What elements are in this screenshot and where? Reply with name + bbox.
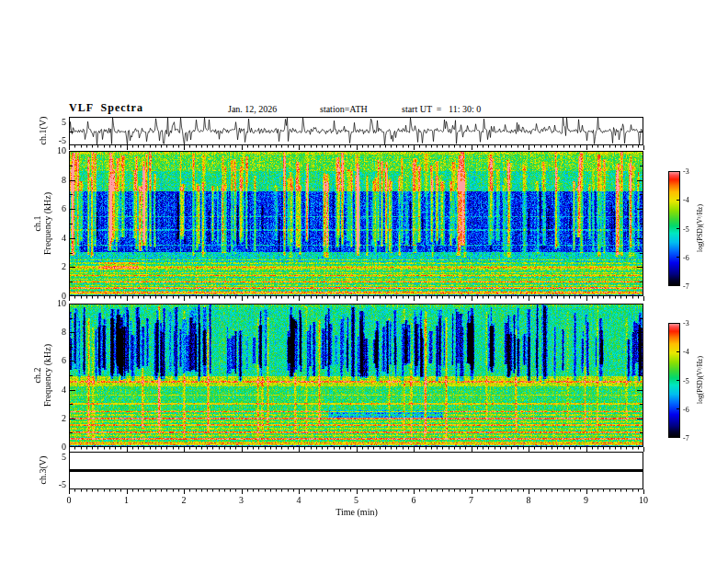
colorbar-tick-label: -6: [683, 253, 689, 263]
ch2-axis-label-line1: ch.2: [32, 344, 42, 407]
colorbar-tick-label: -3: [683, 318, 689, 328]
header-date: Jan. 12, 2026: [228, 104, 277, 114]
x-tick-label: 4: [290, 495, 308, 505]
frequency-tick-label: 2: [46, 413, 66, 423]
colorbar-ch2: [668, 323, 680, 438]
frequency-tick-label: 0: [46, 291, 66, 301]
voltage-tick-label: 5: [46, 117, 66, 127]
frequency-tick-label: 8: [46, 327, 66, 337]
frequency-tick-label: 2: [46, 261, 66, 271]
x-tick-label: 6: [404, 495, 423, 505]
x-tick-label: 0: [60, 495, 78, 505]
colorbar-tick-label: -7: [683, 282, 689, 292]
x-tick-label: 2: [175, 495, 193, 505]
x-axis-title: Time (min): [314, 507, 399, 517]
x-tick-label: 7: [462, 495, 481, 505]
header-station: station=ATH: [320, 104, 368, 114]
x-tick-label: 5: [347, 495, 366, 505]
voltage-tick-label: 5: [46, 452, 66, 462]
x-tick-label: 10: [634, 495, 653, 505]
ch3-voltage-axis-label: ch.3(V): [38, 456, 48, 485]
colorbar1-psd-label: log(PSD)(V²/Hz): [696, 204, 704, 252]
ch1-frequency-axis-label: ch.1 Frequency (kHz): [32, 192, 52, 255]
vlf-spectra-figure: VLF Spectra Jan. 12, 2026 station=ATH st…: [0, 0, 728, 563]
ch2-axis-label-line2: Frequency (kHz): [42, 344, 52, 407]
frequency-tick-label: 0: [46, 442, 66, 452]
header-start-ut: start UT = 11: 30: 0: [402, 104, 481, 114]
colorbar-tick-label: -7: [683, 433, 689, 443]
colorbar-tick-label: -5: [683, 224, 689, 235]
x-tick-label: 3: [233, 495, 251, 505]
ch2-frequency-axis-label: ch.2 Frequency (kHz): [32, 344, 52, 407]
voltage-tick-label: -5: [46, 479, 66, 489]
colorbar-tick-label: -6: [683, 405, 689, 415]
voltage-tick-label: -5: [46, 135, 66, 145]
ch3-voltage-waveform-panel: [69, 452, 643, 489]
ch1-axis-label-line1: ch.1: [32, 192, 42, 255]
frequency-tick-label: 10: [46, 145, 66, 155]
ch1-spectrogram-panel: [69, 151, 643, 296]
colorbar-tick-label: -4: [683, 195, 689, 205]
colorbar-ch1: [668, 171, 680, 286]
x-tick-label: 8: [519, 495, 538, 505]
ch1-voltage-axis-label: ch.1(V): [38, 117, 48, 145]
figure-title: VLF Spectra: [69, 101, 143, 115]
x-tick-label: 9: [577, 495, 596, 505]
ch1-axis-label-line2: Frequency (kHz): [42, 192, 52, 255]
colorbar2-psd-label: log(PSD)(V²/Hz): [696, 356, 704, 404]
colorbar-tick-label: -3: [683, 167, 689, 177]
ch2-spectrogram-panel: [69, 304, 643, 447]
x-tick-label: 1: [118, 495, 136, 505]
frequency-tick-label: 10: [46, 298, 66, 308]
colorbar-tick-label: -5: [683, 376, 689, 386]
frequency-tick-label: 8: [46, 175, 66, 185]
colorbar-tick-label: -4: [683, 347, 689, 357]
ch1-voltage-waveform-panel: [69, 117, 643, 145]
